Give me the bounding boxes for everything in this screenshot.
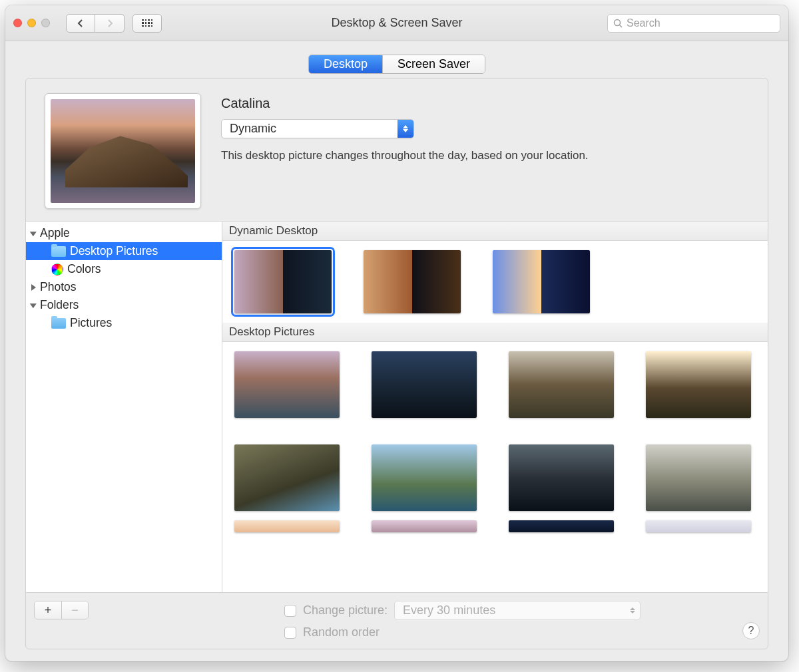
chevron-right-icon [107, 19, 113, 27]
minus-icon: − [71, 603, 79, 617]
thumbnail-solar-dynamic[interactable] [493, 250, 590, 313]
titlebar: Desktop & Screen Saver [5, 5, 788, 41]
window-title: Desktop & Screen Saver [331, 16, 462, 30]
help-button[interactable]: ? [742, 622, 760, 639]
tab-segmented-control: Desktop Screen Saver [308, 55, 485, 74]
thumbnail[interactable] [509, 520, 614, 532]
wallpaper-info: Catalina Dynamic This desktop picture ch… [221, 93, 749, 209]
search-field[interactable] [607, 14, 780, 33]
options: Change picture: Every 30 minutes Random … [284, 601, 641, 639]
disclosure-triangle-icon[interactable] [30, 232, 37, 236]
grid-icon [142, 19, 152, 27]
tree-label: Desktop Pictures [70, 244, 158, 258]
thumbnail[interactable] [234, 444, 340, 511]
thumbnail[interactable] [509, 351, 614, 418]
remove-folder-button: − [61, 601, 88, 619]
svg-point-0 [615, 19, 621, 25]
thumbnail[interactable] [372, 444, 477, 511]
forward-button [95, 14, 125, 33]
thumbnail-mojave-dynamic[interactable] [364, 250, 461, 313]
tree-label: Colors [67, 262, 101, 276]
minimize-button[interactable] [27, 19, 36, 27]
picture-thumbnails [222, 342, 768, 520]
tab-desktop[interactable]: Desktop [309, 55, 382, 73]
back-button[interactable] [66, 14, 95, 33]
change-picture-row: Change picture: Every 30 minutes [284, 601, 641, 620]
tree-label: Photos [40, 280, 76, 294]
traffic-lights [13, 19, 50, 27]
show-all-button[interactable] [133, 14, 162, 33]
wallpaper-browser: Dynamic Desktop Desktop Pictures [222, 222, 768, 592]
thumbnail[interactable] [372, 351, 477, 418]
color-wheel-icon [51, 263, 63, 275]
dynamic-thumbnails [222, 241, 768, 323]
change-picture-checkbox[interactable] [284, 605, 296, 617]
source-sidebar[interactable]: Apple Desktop Pictures Colors Photos [26, 222, 222, 592]
plus-icon: + [45, 603, 52, 617]
tree-item-desktop-pictures[interactable]: Desktop Pictures [26, 242, 222, 260]
thumbnail[interactable] [372, 520, 477, 532]
updown-arrows-icon [398, 120, 413, 138]
thumbnail[interactable] [646, 351, 751, 418]
wallpaper-description: This desktop picture changes throughout … [221, 149, 749, 162]
interval-select: Every 30 minutes [394, 601, 641, 620]
split-view: Apple Desktop Pictures Colors Photos [26, 221, 768, 593]
tree-item-photos[interactable]: Photos [26, 278, 222, 296]
folder-icon [51, 246, 66, 257]
svg-line-1 [620, 25, 623, 27]
question-mark-icon: ? [748, 625, 754, 637]
thumbnail[interactable] [509, 444, 614, 511]
disclosure-triangle-icon[interactable] [30, 303, 37, 308]
main-panel: Catalina Dynamic This desktop picture ch… [25, 78, 768, 649]
thumbnail[interactable] [234, 351, 340, 418]
tree-item-apple[interactable]: Apple [26, 224, 222, 242]
search-icon [613, 19, 623, 28]
close-button[interactable] [13, 19, 22, 27]
random-order-label: Random order [303, 625, 380, 639]
tree-item-folders[interactable]: Folders [26, 296, 222, 314]
wallpaper-mode-value: Dynamic [222, 120, 398, 138]
change-picture-label: Change picture: [303, 603, 388, 617]
nav-buttons [66, 14, 125, 33]
add-folder-button[interactable]: + [35, 601, 61, 619]
interval-value: Every 30 minutes [395, 601, 625, 619]
section-header-pictures: Desktop Pictures [222, 323, 768, 342]
preview-section: Catalina Dynamic This desktop picture ch… [26, 93, 768, 221]
tree-item-colors[interactable]: Colors [26, 260, 222, 278]
thumbnail[interactable] [234, 520, 340, 532]
picture-thumbnails-row [222, 520, 768, 532]
thumbnail[interactable] [646, 520, 751, 532]
tree-label: Pictures [70, 316, 112, 330]
tree-label: Apple [40, 226, 70, 240]
thumbnail[interactable] [646, 444, 751, 511]
wallpaper-preview-image [51, 99, 195, 203]
prefs-window: Desktop & Screen Saver Desktop Screen Sa… [5, 5, 788, 661]
chevron-left-icon [77, 19, 84, 27]
wallpaper-preview [45, 93, 201, 209]
add-remove-buttons: + − [34, 601, 89, 619]
folder-icon [51, 318, 66, 329]
section-header-dynamic: Dynamic Desktop [222, 222, 768, 241]
updown-arrows-icon [625, 601, 640, 619]
tab-screen-saver[interactable]: Screen Saver [382, 55, 485, 73]
content: Desktop Screen Saver Catalina Dynamic Th… [5, 41, 788, 661]
wallpaper-mode-select[interactable]: Dynamic [221, 119, 414, 138]
tree-label: Folders [40, 298, 79, 312]
search-input[interactable] [627, 17, 774, 29]
tab-bar: Desktop Screen Saver [25, 55, 768, 74]
wallpaper-name: Catalina [221, 96, 749, 111]
disclosure-triangle-icon[interactable] [31, 284, 36, 291]
random-order-row: Random order [284, 625, 641, 639]
random-order-checkbox [284, 627, 296, 639]
zoom-button [41, 19, 50, 27]
thumbnail-catalina-dynamic[interactable] [234, 250, 332, 313]
bottom-bar: + − Change picture: Every 30 minutes [26, 593, 768, 639]
tree-item-pictures[interactable]: Pictures [26, 314, 222, 332]
